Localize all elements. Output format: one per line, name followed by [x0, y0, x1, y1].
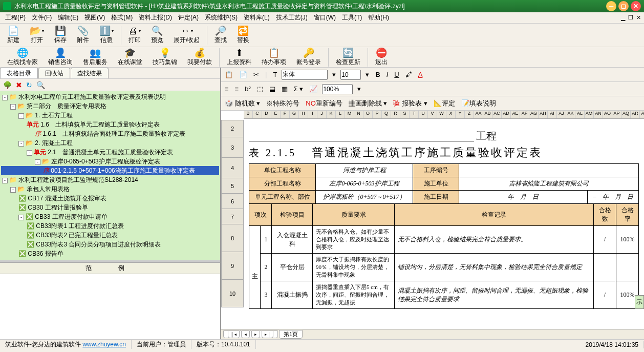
toolbar-售后服务[interactable]: 👥售后服务 [78, 47, 113, 68]
toolbar-附件[interactable]: 📎附件 [72, 25, 94, 46]
toolbar-账号登录[interactable]: 🔑账号登录 [291, 47, 326, 68]
tree-node[interactable]: 序 1.6.1 土料填筑结合面处理工序施工质量验收评定表 [1, 129, 219, 138]
fill-instructions-button[interactable]: 📝填表说明 [460, 99, 498, 108]
table-row[interactable]: 2平仓分层厚度不大于振捣棒有效长度的90％，铺设均匀，分层清楚，无骨料集中现象铺… [249, 254, 639, 281]
menu-item[interactable]: 系统维护(S) [202, 13, 241, 22]
toolbar-打开[interactable]: 📂▾打开 [25, 25, 49, 46]
value-date-to[interactable]: – 年 月 日 [588, 191, 639, 204]
bold-button[interactable]: B [374, 71, 381, 78]
paste-icon[interactable]: 📄 [238, 71, 249, 78]
value-const-unit[interactable]: 吉林省皓隆工程建筑有限公司 [459, 177, 639, 191]
toolbar-上报资料[interactable]: ⬆上报资料 [222, 47, 256, 68]
tree-node[interactable]: 序 001-2.1.5 0+507-1+006浇筑工序施工质量验收评定表 [1, 166, 219, 175]
toolbar-信息[interactable]: ℹ️▾信息 [94, 25, 119, 46]
check-table[interactable]: 项次 检验项目 质量要求 检查记录 合格数 合格率 主1入仓混凝土料无不合格料入… [249, 203, 639, 309]
italic-button[interactable]: I [385, 71, 390, 78]
renumber-button[interactable]: NO重新编号 [304, 99, 344, 108]
copy-icon[interactable]: 📋 [223, 71, 234, 78]
tree-node[interactable]: ❎ CB36 报告单 [1, 249, 219, 258]
zoom-input[interactable] [322, 84, 353, 94]
font-size-input[interactable] [340, 70, 361, 80]
mdi-min-icon[interactable]: ▁ [620, 14, 626, 21]
font-dd-icon[interactable]: ▾ [331, 71, 337, 78]
cut-icon[interactable]: ✂ [252, 71, 261, 78]
toolbar-在线找专家[interactable]: 🌐在线找专家 [2, 47, 43, 68]
chart-icon[interactable]: 📈 [308, 85, 319, 93]
value-elem-project[interactable]: 护岸底板砼（0+507～0+517） [316, 191, 413, 204]
tree-refresh-icon[interactable]: ↻ [26, 81, 32, 89]
tree-node[interactable]: -📂 2. 混凝土工程 [1, 138, 219, 148]
minimize-button[interactable]: ─ [606, 1, 616, 11]
menu-item[interactable]: 工程(P) [2, 13, 29, 22]
last-page-button[interactable]: ▸| [262, 330, 273, 338]
evaluate-button[interactable]: 📐评定 [432, 99, 457, 108]
random-button[interactable]: 🎲 随机数 ▾ [223, 99, 262, 108]
toolbar-新建[interactable]: 📄新建 [2, 25, 25, 46]
value-process-no[interactable] [459, 164, 639, 177]
tree-node[interactable]: ❎ CB17 混凝土浇筑开仓报审表 [1, 194, 219, 203]
split-icon[interactable]: ⬓ [268, 85, 277, 93]
tree-node[interactable]: -📂 承包人常用表格 [1, 184, 219, 194]
tree-hierarchy-icon[interactable]: 🌳 [3, 81, 12, 89]
inspect-button[interactable]: 验 报验表 ▾ [392, 99, 428, 108]
toolbar-退出[interactable]: ⛔退出 [370, 47, 393, 68]
tree-node[interactable]: -📂 左岸0-065-0+503护岸工程底板砼评定表 [1, 157, 219, 166]
highlight-button[interactable]: 🖍 [404, 71, 414, 78]
next-page-button[interactable]: ▸ [251, 330, 260, 338]
toolbar-预览[interactable]: 🔍预览 [146, 25, 168, 46]
toolbar-我要付款[interactable]: 💰我要付款 [182, 47, 217, 68]
table-row[interactable]: 主1入仓混凝土料无不合格料入仓。如有少量不合格料入仓，应及时处理至达到要求无不合… [249, 226, 639, 254]
toolbar-销售咨询[interactable]: 👤销售咨询 [43, 47, 78, 68]
left-tab[interactable]: 查找结果 [71, 68, 109, 78]
tree-node[interactable]: -单元 2.1 普通混凝土单元工程施工质量验收评定表 [1, 148, 219, 157]
value-div-project[interactable]: 左岸0-065-0+503护岸工程 [316, 177, 413, 191]
toolbar-替换[interactable]: 🔁替换 [232, 25, 254, 46]
project-name-input[interactable] [249, 133, 474, 141]
align-center-icon[interactable]: ≡ [233, 85, 241, 93]
menu-item[interactable]: 编辑(E) [55, 13, 81, 22]
side-tab[interactable]: 示 [635, 295, 644, 309]
strikethrough-button[interactable]: ▦画删除线 ▾ [347, 99, 389, 108]
toolbar-展开/收起[interactable]: ↔▾展开/收起 [168, 25, 205, 46]
menu-item[interactable]: 评定(A) [175, 13, 202, 22]
mdi-close-icon[interactable]: ✕ [635, 14, 642, 21]
toolbar-查找[interactable]: 🔎查找 [209, 25, 232, 46]
prev-page-button[interactable]: ◂ [241, 330, 250, 338]
tree-node[interactable]: -📁 水利工程建设项目施工监理规范SL288-2014 [1, 175, 219, 184]
value-date-from[interactable]: 年 月 日 [459, 191, 588, 204]
align-left-icon[interactable]: ≡ [223, 85, 230, 93]
tree-find-icon[interactable]: 🔍 [36, 81, 45, 89]
page-tab-1[interactable]: 第1页 [279, 330, 303, 339]
toolbar-保存[interactable]: 💾保存 [49, 25, 72, 46]
tree-view[interactable]: -📁 水利水电工程单元工程施工质量验收评定表及填表说明-📂 第二部分 质量评定专… [0, 91, 220, 260]
tree-node[interactable]: ❎ CB33附表3 合同分类分项项目进度付款明细表 [1, 240, 219, 249]
underline-button[interactable]: U [393, 71, 400, 78]
brand-url[interactable]: www.zhuyew.cn [82, 341, 126, 348]
value-unit-project[interactable]: 河道与护岸工程 [316, 164, 413, 177]
merge-icon[interactable]: ⬚ [255, 85, 265, 93]
superscript-icon[interactable]: b² [243, 85, 252, 93]
tree-node[interactable]: -❎ CB33 工程进度付款申请单 [1, 212, 219, 221]
mdi-restore-icon[interactable]: ❐ [627, 14, 634, 21]
tree-node[interactable]: ❎ CB33附表2 已完工程量汇总表 [1, 231, 219, 240]
sum-icon[interactable]: Σ ▾ [292, 85, 305, 93]
left-tab[interactable]: 表格目录 [0, 68, 38, 78]
size-dd-icon[interactable]: ▾ [364, 71, 371, 78]
first-page-button[interactable]: |◂ [228, 330, 240, 338]
menu-item[interactable]: 资料库(L) [241, 13, 273, 22]
spreadsheet-area[interactable]: BCDEFGHIJKLMNOPQRSTUVWXYZAAABACADAEAFAGA… [221, 111, 644, 329]
menu-item[interactable]: 窗口(W) [311, 13, 339, 22]
toolbar-技巧集锦[interactable]: 💡技巧集锦 [147, 47, 182, 68]
tree-node[interactable]: -📁 水利水电工程单元工程施工质量验收评定表及填表说明 [1, 92, 219, 101]
menu-item[interactable]: 视图(V) [81, 13, 108, 22]
menu-item[interactable]: 文件(F) [29, 13, 55, 22]
toolbar-待办事项[interactable]: 📋待办事项 [256, 47, 291, 68]
font-color-button[interactable]: A [417, 71, 424, 78]
form-table[interactable]: 单位工程名称 河道与护岸工程 工序编号 分部工程名称 左岸0-065-0+503… [249, 163, 639, 204]
tree-node[interactable]: ❎ CB33附表1 工程进度付款汇总表 [1, 221, 219, 231]
menu-item[interactable]: 工具(T) [339, 13, 365, 22]
toolbar-检查更新[interactable]: 🔄检查更新 [331, 47, 366, 68]
menu-item[interactable]: 帮助(H) [365, 13, 392, 22]
menu-item[interactable]: 资料上报(D) [136, 13, 175, 22]
tree-node[interactable]: 单元 1.6 土料填筑单元工程施工质量验收评定表 [1, 120, 219, 129]
